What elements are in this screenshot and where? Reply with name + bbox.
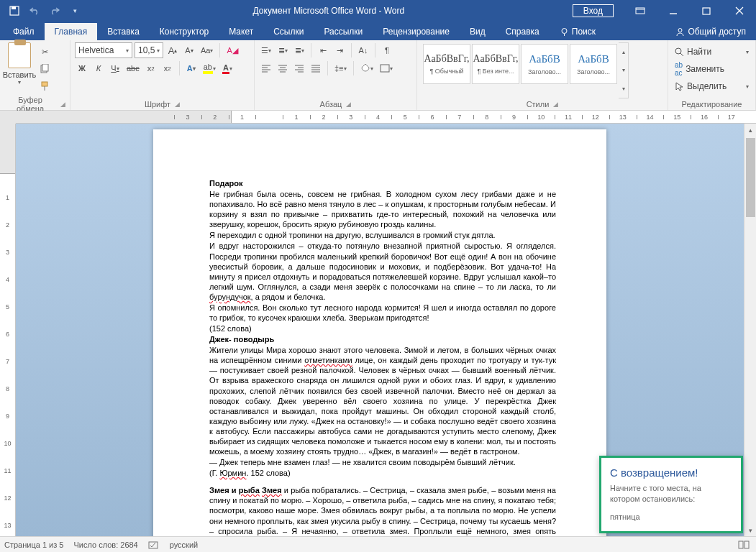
dialog-launcher-icon[interactable]: ◢ — [175, 101, 180, 108]
qat-customize-icon[interactable]: ▾ — [65, 0, 85, 22]
clear-format-icon[interactable]: А◢ — [224, 42, 240, 58]
cursor-icon — [675, 82, 684, 91]
status-language[interactable]: русский — [170, 540, 198, 549]
ribbon-display-icon[interactable] — [624, 0, 657, 22]
underline-button[interactable]: Ч ▾ — [108, 60, 122, 76]
increase-indent-icon[interactable]: ⇥ — [332, 42, 347, 58]
ribbon: Вставить ▾ ✂ Буфер обмена◢ Helvetica▾ 10… — [0, 40, 756, 111]
font-size-select[interactable]: 10,5▾ — [135, 42, 163, 58]
replace-button[interactable]: abacЗаменить — [673, 61, 751, 77]
status-words[interactable]: Число слов: 2684 — [73, 540, 137, 549]
tab-insert[interactable]: Вставка — [97, 23, 150, 40]
group-clipboard: Вставить ▾ ✂ Буфер обмена◢ — [0, 40, 70, 110]
style-normal[interactable]: АаБбВвГг,¶ Обычный — [423, 44, 470, 84]
change-case-icon[interactable]: Aa▾ — [199, 42, 215, 58]
vertical-scrollbar[interactable]: ▴ ▾ — [744, 124, 756, 536]
copy-icon[interactable] — [37, 61, 52, 77]
minimize-icon[interactable] — [657, 0, 690, 22]
horizontal-ruler[interactable]: 3211234567891011121314151617 — [16, 111, 756, 124]
paste-button[interactable]: Вставить ▾ — [4, 42, 35, 94]
strike-button[interactable]: abc — [124, 60, 142, 76]
align-center-icon[interactable] — [275, 60, 290, 76]
redo-icon[interactable] — [45, 0, 65, 22]
vertical-ruler[interactable]: 1234567891011121314 — [0, 124, 16, 536]
borders-icon[interactable]: ▾ — [378, 60, 395, 76]
align-right-icon[interactable] — [292, 60, 306, 76]
dialog-launcher-icon[interactable]: ◢ — [553, 101, 558, 108]
tab-layout[interactable]: Макет — [219, 23, 263, 40]
bullets-icon[interactable]: ☰▾ — [259, 42, 273, 58]
grow-font-icon[interactable]: A▴ — [165, 42, 180, 58]
tab-help[interactable]: Справка — [496, 23, 550, 40]
ribbon-tabs: Файл Главная Вставка Конструктор Макет С… — [0, 22, 756, 40]
signin-button[interactable]: Вход — [573, 4, 614, 17]
heading-1: Подарок — [209, 179, 243, 188]
save-icon[interactable] — [4, 0, 24, 22]
paragraph: Не грибная была осень, совсем не грибная… — [209, 189, 556, 229]
tab-mailings[interactable]: Рассылки — [314, 23, 373, 40]
scroll-down-icon[interactable]: ▾ — [744, 524, 756, 536]
page[interactable]: Подарок Не грибная была осень, совсем не… — [153, 129, 606, 536]
welcome-text: Начните с того места, на котором останов… — [610, 483, 732, 504]
superscript-icon[interactable]: x2 — [160, 60, 175, 76]
tab-file[interactable]: Файл — [3, 23, 45, 40]
quick-access-toolbar: ▾ — [0, 0, 85, 22]
font-color-icon[interactable]: A▾ — [220, 60, 234, 76]
paragraph: Я опомнился. Вон сколько тут лесного нар… — [209, 303, 556, 323]
multilevel-icon[interactable]: ≣▾ — [292, 42, 306, 58]
format-painter-icon[interactable] — [37, 78, 52, 94]
pilcrow-icon[interactable]: ¶ — [380, 42, 394, 58]
tab-review[interactable]: Рецензирование — [373, 23, 460, 40]
maximize-icon[interactable] — [690, 0, 723, 22]
select-button[interactable]: Выделить▾ — [673, 78, 751, 94]
align-left-icon[interactable] — [259, 60, 273, 76]
bold-button[interactable]: Ж — [75, 60, 89, 76]
paragraph: Жители улицы Мира хорошо знают этого чел… — [209, 345, 556, 456]
style-heading1[interactable]: АаБбВЗаголово... — [521, 44, 568, 84]
svg-rect-1 — [12, 6, 16, 9]
sort-icon[interactable]: A↓ — [356, 42, 370, 58]
font-name-select[interactable]: Helvetica▾ — [75, 42, 132, 58]
highlight-icon[interactable]: ab▾ — [201, 60, 218, 76]
spellcheck-icon[interactable] — [148, 540, 160, 550]
tab-design[interactable]: Конструктор — [150, 23, 219, 40]
share-label: Общий доступ — [688, 27, 746, 37]
numbering-icon[interactable]: ≣▾ — [275, 42, 290, 58]
svg-point-8 — [562, 28, 567, 33]
line-spacing-icon[interactable]: ‡≡▾ — [332, 60, 349, 76]
group-styles: АаБбВвГг,¶ Обычный АаБбВвГг,¶ Без инте..… — [417, 40, 668, 110]
style-gallery-more[interactable]: ▴▾▾ — [619, 42, 629, 98]
subscript-icon[interactable]: x2 — [144, 60, 158, 76]
group-label-editing: Редактирование — [682, 100, 742, 109]
svg-point-32 — [675, 48, 681, 54]
italic-button[interactable]: К — [91, 60, 106, 76]
shrink-font-icon[interactable]: A▾ — [182, 42, 196, 58]
status-page[interactable]: Страница 1 из 5 — [4, 540, 63, 549]
svg-rect-31 — [381, 65, 389, 72]
spelling-error: отметинками — [304, 356, 352, 364]
tab-home[interactable]: Главная — [45, 23, 98, 40]
group-label-font: Шрифт — [145, 100, 170, 109]
style-no-spacing[interactable]: АаБбВвГг,¶ Без инте... — [472, 44, 519, 84]
undo-icon[interactable] — [24, 0, 45, 22]
app-title: Документ Microsoft Office Word - Word — [85, 6, 573, 16]
close-icon[interactable] — [723, 0, 756, 22]
dialog-launcher-icon[interactable]: ◢ — [346, 101, 351, 108]
svg-rect-5 — [703, 8, 710, 14]
scroll-up-icon[interactable]: ▴ — [744, 124, 756, 136]
share-button[interactable]: Общий доступ — [665, 23, 756, 40]
align-justify-icon[interactable] — [309, 60, 323, 76]
tab-view[interactable]: Вид — [460, 23, 496, 40]
text-effects-icon[interactable]: A▾ — [184, 60, 199, 76]
find-button[interactable]: Найти▾ — [673, 44, 751, 60]
shading-icon[interactable]: ▾ — [358, 60, 375, 76]
tab-references[interactable]: Ссылки — [263, 23, 314, 40]
tell-me-search[interactable]: Поиск — [550, 23, 606, 40]
read-mode-icon[interactable] — [736, 538, 752, 551]
dialog-launcher-icon[interactable]: ◢ — [60, 101, 65, 108]
scroll-thumb[interactable] — [746, 138, 755, 217]
decrease-indent-icon[interactable]: ⇤ — [316, 42, 330, 58]
style-heading2[interactable]: АаБбВЗаголово... — [570, 44, 617, 84]
cut-icon[interactable]: ✂ — [37, 44, 52, 60]
welcome-back-popup[interactable]: С возвращением! Начните с того места, на… — [599, 456, 743, 533]
